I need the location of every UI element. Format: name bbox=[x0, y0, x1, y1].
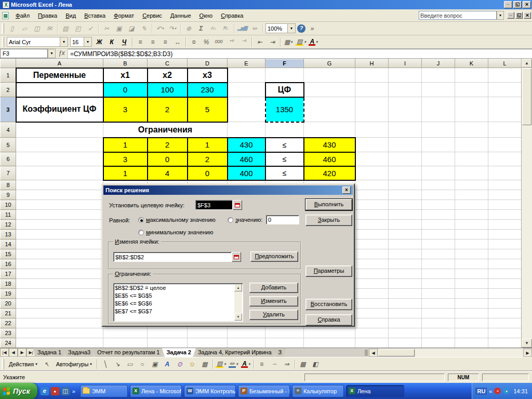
cell-I20[interactable] bbox=[389, 299, 422, 309]
col-header-C[interactable]: C bbox=[148, 59, 188, 68]
cell-K20[interactable] bbox=[455, 299, 488, 309]
cell-J17[interactable] bbox=[422, 269, 455, 279]
autoshapes-button[interactable]: Автофигуры▾ bbox=[53, 360, 95, 368]
cell-C23[interactable] bbox=[148, 328, 188, 338]
comma-icon[interactable]: 000 bbox=[213, 37, 224, 47]
cell-H12[interactable] bbox=[355, 220, 389, 230]
cell-K15[interactable] bbox=[455, 249, 488, 259]
menu-insert[interactable]: Вставка bbox=[80, 11, 110, 20]
col-header-G[interactable]: G bbox=[304, 59, 355, 68]
line-icon[interactable]: ╲ bbox=[99, 359, 111, 369]
scroll-up-icon[interactable]: ▲ bbox=[522, 59, 532, 68]
change-constraint-button[interactable]: Изменить bbox=[249, 296, 298, 307]
cell-L21[interactable] bbox=[488, 309, 522, 318]
row-header-15[interactable]: 15 bbox=[1, 249, 16, 259]
cell-L20[interactable] bbox=[488, 299, 522, 309]
cell-J18[interactable] bbox=[422, 279, 455, 289]
toolbar-grip[interactable] bbox=[2, 37, 4, 47]
cell-H18[interactable] bbox=[355, 279, 389, 289]
vertical-scroll-track[interactable] bbox=[522, 126, 532, 339]
align-center-icon[interactable]: ≡ bbox=[147, 37, 158, 47]
cell-L3[interactable] bbox=[488, 97, 522, 122]
cell-A22[interactable] bbox=[16, 318, 103, 328]
row-header-17[interactable]: 17 bbox=[1, 269, 16, 279]
menu-tools[interactable]: Сервис bbox=[138, 11, 166, 20]
cell-J15[interactable] bbox=[422, 249, 455, 259]
font-size-dropdown-icon[interactable]: ▾ bbox=[84, 37, 91, 46]
tab-scroll-first-icon[interactable]: |◀ bbox=[0, 348, 9, 357]
menu-help[interactable]: Справка bbox=[217, 11, 247, 20]
cell-A19[interactable] bbox=[16, 289, 103, 299]
cell-I5[interactable] bbox=[389, 138, 422, 152]
options-button[interactable]: Параметры bbox=[305, 265, 352, 277]
cell-G1[interactable] bbox=[304, 68, 355, 83]
line-style-icon[interactable]: ≡ bbox=[256, 359, 268, 369]
cell-K19[interactable] bbox=[455, 289, 488, 299]
cell-L10[interactable] bbox=[488, 200, 522, 210]
oval-icon[interactable]: ○ bbox=[137, 359, 148, 369]
insert-function-icon[interactable] bbox=[56, 49, 68, 58]
taskbar-button-paint[interactable]: Безымянный - P... bbox=[238, 385, 290, 397]
toolbar-options-icon[interactable]: » bbox=[307, 23, 318, 34]
cell-K16[interactable] bbox=[455, 259, 488, 269]
cell-I6[interactable] bbox=[389, 152, 422, 166]
cell-I19[interactable] bbox=[389, 289, 422, 299]
zoom-combo[interactable]: 100% ▾ bbox=[265, 23, 296, 33]
cell-K14[interactable] bbox=[455, 240, 488, 249]
cell-I1[interactable] bbox=[389, 68, 422, 83]
cell-K18[interactable] bbox=[455, 279, 488, 289]
workbook-close-button[interactable] bbox=[524, 12, 531, 19]
cell-H21[interactable] bbox=[355, 309, 389, 318]
shadow-icon[interactable]: ▩ bbox=[297, 359, 309, 369]
sheet-tab-partial[interactable]: З bbox=[274, 348, 287, 357]
save-icon[interactable]: ◫ bbox=[31, 23, 43, 34]
start-button[interactable]: Пуск bbox=[0, 383, 37, 399]
row-header-16[interactable]: 16 bbox=[1, 259, 16, 269]
cell-G5[interactable]: 430 bbox=[304, 138, 355, 152]
cell-B2[interactable]: 0 bbox=[103, 83, 148, 97]
cell-A18[interactable] bbox=[16, 279, 103, 289]
clip-art-icon[interactable]: ☺ bbox=[187, 359, 198, 369]
cell-A8[interactable] bbox=[16, 180, 103, 190]
cell-C24[interactable] bbox=[148, 338, 188, 348]
cell-I13[interactable] bbox=[389, 230, 422, 240]
cell-B24[interactable] bbox=[103, 338, 148, 348]
cell-K11[interactable] bbox=[455, 210, 488, 220]
row-header-3[interactable]: 3 bbox=[1, 97, 16, 122]
col-header-D[interactable]: D bbox=[188, 59, 228, 68]
cell-L23[interactable] bbox=[488, 328, 522, 338]
italic-icon[interactable]: К bbox=[106, 37, 117, 47]
cell-G23[interactable] bbox=[304, 328, 355, 338]
sheet-tab-otchet[interactable]: Отчет по результатам 1 bbox=[92, 348, 164, 357]
cell-J10[interactable] bbox=[422, 200, 455, 210]
cell-I23[interactable] bbox=[389, 328, 422, 338]
constraint-item[interactable]: $E$6 <= $G$6 bbox=[115, 300, 242, 308]
cell-J2[interactable] bbox=[422, 83, 455, 97]
cell-A24[interactable] bbox=[16, 338, 103, 348]
constraint-item[interactable]: $E$7 <= $G$7 bbox=[115, 308, 242, 315]
cell-F6[interactable]: ≤ bbox=[265, 152, 304, 166]
formula-input[interactable]: =СУММПРОИЗВ($B$2:$D$2;B3:D3) bbox=[68, 49, 532, 58]
dialog-close-icon[interactable] bbox=[342, 187, 351, 194]
undo-icon[interactable]: ↶▾ bbox=[154, 23, 166, 34]
col-header-H[interactable]: H bbox=[355, 59, 389, 68]
radio-min-option[interactable]: минимальному значению bbox=[138, 229, 214, 235]
cell-J12[interactable] bbox=[422, 220, 455, 230]
cell-F7[interactable]: ≤ bbox=[265, 166, 304, 180]
cell-L18[interactable] bbox=[488, 279, 522, 289]
cell-H2[interactable] bbox=[355, 83, 389, 97]
cell-K21[interactable] bbox=[455, 309, 488, 318]
cell-B23[interactable] bbox=[103, 328, 148, 338]
autosum-icon[interactable]: Σ bbox=[195, 23, 207, 34]
cell-B4[interactable]: Ограничения bbox=[103, 122, 228, 138]
cell-K6[interactable] bbox=[455, 152, 488, 166]
cell-F5[interactable]: ≤ bbox=[265, 138, 304, 152]
cell-L7[interactable] bbox=[488, 166, 522, 180]
cell-I15[interactable] bbox=[389, 249, 422, 259]
borders-icon[interactable]: ▦▾ bbox=[283, 37, 294, 47]
arrow-icon[interactable]: ↘ bbox=[112, 359, 123, 369]
cell-H9[interactable] bbox=[355, 190, 389, 200]
sheet-tab-zadacha3[interactable]: Задача3 bbox=[63, 348, 95, 357]
row-header-22[interactable]: 22 bbox=[1, 318, 16, 328]
row-header-21[interactable]: 21 bbox=[1, 309, 16, 318]
